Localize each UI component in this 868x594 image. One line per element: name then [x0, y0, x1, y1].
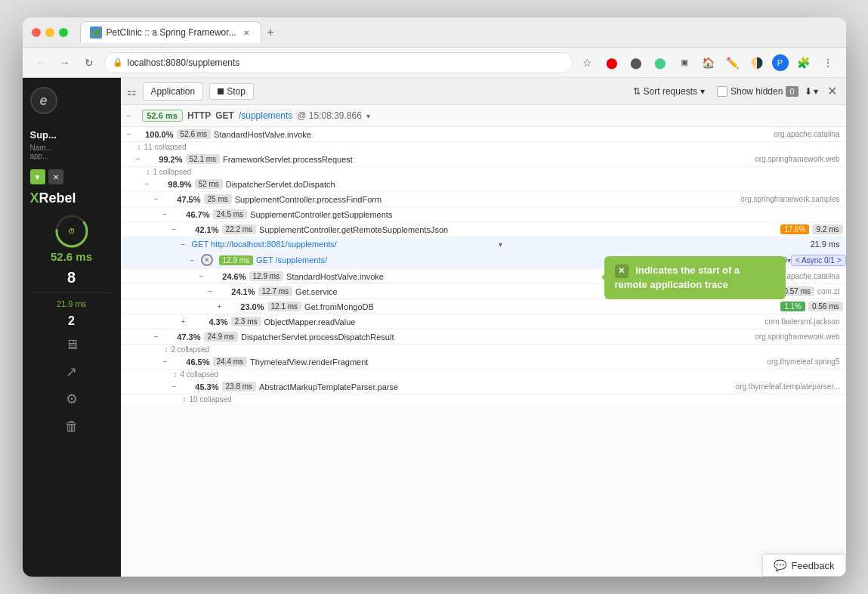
- table-row: − 98.9% 52 ms DispatcherServlet.doDispat…: [121, 177, 846, 192]
- page-sub2-preview: app...: [30, 152, 113, 160]
- http-collapse-btn[interactable]: −: [127, 112, 137, 120]
- tooltip-callout: ✕ indicates the start of a remote applic…: [604, 256, 786, 299]
- close-window-btn[interactable]: [32, 28, 41, 37]
- xrebel-logo: e: [30, 87, 57, 114]
- sort-chevron-icon: ▾: [700, 86, 705, 97]
- forward-btn[interactable]: →: [56, 54, 74, 72]
- application-tab[interactable]: Application: [143, 82, 204, 101]
- xrebel-request-count: 8: [67, 269, 76, 286]
- row-collapse-btn[interactable]: −: [172, 382, 183, 391]
- feedback-icon: 💬: [774, 559, 786, 571]
- collapsed-indicator-row: ↕ 2 collapsed: [121, 345, 846, 354]
- trace-content: − 52.6 ms HTTP GET /supplements @ 15:08:…: [121, 105, 846, 577]
- http-header-row: − 52.6 ms HTTP GET /supplements @ 15:08:…: [121, 105, 846, 127]
- row-collapse-btn[interactable]: −: [154, 333, 165, 341]
- reload-btn[interactable]: ↻: [80, 54, 98, 72]
- xrebel-rebel-label: Rebel: [39, 190, 76, 206]
- new-tab-btn[interactable]: +: [261, 23, 280, 42]
- maximize-window-btn[interactable]: [59, 28, 68, 37]
- http-path: /supplements: [239, 110, 292, 121]
- tooltip-text: indicates the start of a remote applicat…: [615, 265, 740, 290]
- table-row: − 46.5% 24.4 ms ThymeleafView.renderFrag…: [121, 354, 846, 370]
- xrebel-display-icon[interactable]: 🖥: [23, 331, 121, 358]
- ext-icon-7[interactable]: 🌗: [748, 54, 766, 72]
- xrebel-close-btn[interactable]: ✕: [48, 169, 63, 184]
- show-hidden-label: Show hidden: [731, 86, 783, 97]
- star-icon[interactable]: ☆: [579, 54, 597, 72]
- sort-requests-btn[interactable]: ⇅ Sort requests ▾: [627, 84, 711, 99]
- row-collapse-btn[interactable]: −: [136, 155, 147, 163]
- ext-icon-4[interactable]: ▣: [675, 54, 693, 72]
- table-row: − 45.3% 23.8 ms AbstractMarkupTemplatePa…: [121, 379, 846, 394]
- row-expand-btn[interactable]: +: [181, 317, 192, 326]
- menu-icon[interactable]: ⋮: [819, 54, 837, 72]
- devtools-toolbar: ⚏ Application Stop ⇅ Sort requests ▾ Sho…: [121, 78, 846, 105]
- row-expand-btn[interactable]: +: [218, 302, 228, 311]
- table-row: − 42.1% 22.2 ms SupplementController.get…: [121, 222, 846, 237]
- back-btn[interactable]: ←: [32, 54, 50, 72]
- sort-icon: ⇅: [633, 86, 641, 97]
- address-text: localhost:8080/supplements: [128, 57, 240, 68]
- tooltip-x-icon: ✕: [615, 265, 629, 278]
- ext-icon-2[interactable]: ⬤: [627, 54, 645, 72]
- xrebel-sub-timing: 21.9 ms: [57, 299, 86, 308]
- row-collapse-btn[interactable]: −: [190, 256, 201, 265]
- sub-timing-metric: 21.9 ms: [23, 296, 121, 311]
- account-icon[interactable]: P: [772, 54, 789, 71]
- stop-button[interactable]: Stop: [209, 83, 254, 100]
- xrebel-sub-count: 2: [68, 314, 75, 328]
- show-hidden-checkbox[interactable]: [717, 86, 727, 97]
- xrebel-settings-icon[interactable]: ⚙: [23, 385, 121, 413]
- row-collapse-btn[interactable]: −: [163, 210, 174, 218]
- row-collapse-btn[interactable]: −: [145, 180, 156, 188]
- feedback-button[interactable]: 💬 Feedback: [762, 554, 845, 577]
- row-collapse-btn[interactable]: −: [181, 240, 192, 249]
- collapsed-indicator-row: ↕ 4 collapsed: [121, 370, 846, 379]
- stop-square-icon: [218, 88, 224, 94]
- row-collapse-btn[interactable]: −: [127, 130, 137, 138]
- ext-icon-3[interactable]: ⬤: [651, 54, 669, 72]
- http-verb: GET: [215, 110, 234, 121]
- table-row: − 100.0% 52.6 ms StandardHostValve.invok…: [121, 127, 846, 142]
- sub-count-metric: 2: [23, 311, 121, 331]
- puzzle-icon[interactable]: 🧩: [795, 54, 813, 72]
- browser-tab[interactable]: 🌿 PetClinic :: a Spring Framewor... ✕: [80, 21, 261, 43]
- address-bar[interactable]: 🔒 localhost:8080/supplements: [104, 52, 573, 73]
- http-time-badge: 52.6 ms: [142, 110, 183, 122]
- tab-close-btn[interactable]: ✕: [241, 27, 252, 38]
- http-at-time: @ 15:08:39.866: [297, 110, 362, 121]
- row-collapse-btn[interactable]: −: [209, 287, 219, 295]
- devtools-close-btn[interactable]: ✕: [824, 84, 840, 98]
- main-area: e Sup... Nam... app... ▼ ✕ X Rebel: [23, 78, 846, 577]
- download-chevron-icon: ▾: [814, 86, 818, 97]
- request-count-metric: 8: [23, 266, 121, 289]
- tab-favicon: 🌿: [90, 26, 102, 39]
- table-row: − 46.7% 24.5 ms SupplementController.get…: [121, 207, 846, 222]
- http-dropdown-icon[interactable]: ▾: [366, 112, 370, 120]
- row-collapse-btn[interactable]: −: [172, 225, 183, 234]
- row-collapse-btn[interactable]: −: [199, 272, 210, 280]
- xrebel-external-icon[interactable]: ↗: [23, 358, 121, 385]
- xrebel-sidebar: e Sup... Nam... app... ▼ ✕ X Rebel: [23, 78, 121, 577]
- download-btn[interactable]: ⬇ ▾: [805, 86, 818, 97]
- feedback-label: Feedback: [791, 560, 834, 571]
- ext-icon-6[interactable]: ✏️: [724, 54, 742, 72]
- filter-icon: ⚏: [127, 85, 137, 97]
- browser-window: 🌿 PetClinic :: a Spring Framewor... ✕ + …: [23, 17, 846, 577]
- minimize-window-btn[interactable]: [45, 28, 54, 37]
- mongodb-badge: 1.1%: [780, 302, 805, 311]
- xrebel-collapse-btn[interactable]: ▼: [30, 169, 45, 184]
- xrebel-name-area: X Rebel: [23, 187, 121, 209]
- row-dropdown-icon[interactable]: ▾: [499, 240, 502, 249]
- row-collapse-btn[interactable]: −: [163, 357, 174, 366]
- ext-icon-5[interactable]: 🏠: [700, 54, 718, 72]
- table-row: − GET http://localhost:8081/supplements/…: [121, 237, 846, 252]
- ext-icon-1[interactable]: ⬤: [603, 54, 621, 72]
- table-row: + 23.0% 12.1 ms Get.fromMongoDB 1.1% 0.5…: [121, 299, 846, 314]
- xrebel-timing-value: 52.6 ms: [51, 250, 92, 263]
- browser-toolbar-icons: ☆ ⬤ ⬤ ⬤ ▣ 🏠 ✏️ 🌗 P 🧩 ⋮: [579, 54, 837, 72]
- timing-metric: ⏱ 52.6 ms: [23, 209, 121, 266]
- xrebel-trash-icon[interactable]: 🗑: [23, 413, 121, 440]
- row-collapse-btn[interactable]: −: [154, 195, 165, 203]
- hidden-count-badge: 0: [786, 86, 798, 97]
